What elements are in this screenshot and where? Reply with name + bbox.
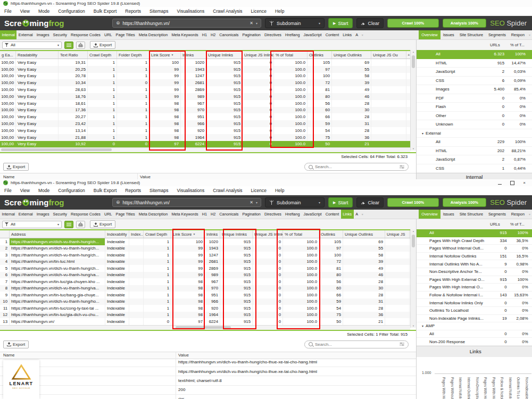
tab-issues[interactable]: Issues xyxy=(440,210,457,219)
sidebar-item-css[interactable]: CSS60,09% xyxy=(417,77,532,86)
search-box[interactable] xyxy=(304,163,409,171)
filter-select[interactable]: All▾ xyxy=(2,41,62,49)
column-header-unique-outlinks[interactable]: Unique Outlinks xyxy=(343,230,385,238)
sidebar-item-pages-with-high-external-o[interactable]: Pages With High External O...915100% xyxy=(417,276,532,284)
tab-overview[interactable]: Overview xyxy=(419,30,440,39)
menu-bulk-export[interactable]: Bulk Export xyxy=(94,9,117,14)
menu-help[interactable]: Help xyxy=(275,9,284,14)
tab-pagination[interactable]: Pagination xyxy=(240,210,263,219)
right-tabs-overflow-dropdown[interactable]: ▾ xyxy=(527,30,532,39)
vertical-scrollbar[interactable]: ▲▼ xyxy=(410,229,416,328)
table-row[interactable]: 100,00Very Easy20,25119919439150100.0975… xyxy=(0,66,410,73)
tab-segments[interactable]: Segments xyxy=(486,30,509,39)
tab-page-titles[interactable]: Page Titles xyxy=(114,210,137,219)
search-box[interactable] xyxy=(304,340,409,348)
sidebar-item-internal-nofollow-inlinks-only[interactable]: Internal Nofollow Inlinks Only00% xyxy=(417,299,532,307)
table-row[interactable]: 11https://thanhhungvn.vn/tin-tuc/cong-ty… xyxy=(0,305,410,312)
sidebar-item-outlinks-to-localhost[interactable]: Outlinks To Localhost00% xyxy=(417,307,532,315)
clear-url-icon[interactable]: ✕ xyxy=(250,200,253,205)
menu-licence[interactable]: Licence xyxy=(251,9,267,14)
details-row[interactable]: text/html; charset=utf-8 xyxy=(0,376,416,385)
chevron-down-icon[interactable]: ▾ xyxy=(422,324,423,328)
sidebar-item-javascript[interactable]: JavaScript20,03% xyxy=(417,68,532,77)
sidebar-item-html[interactable]: HTML91514,47% xyxy=(417,59,532,68)
tab-content[interactable]: Content xyxy=(323,30,341,39)
tab-meta-keywords[interactable]: Meta Keywords xyxy=(170,30,200,39)
tab-security[interactable]: Security xyxy=(51,30,69,39)
tab-external[interactable]: External xyxy=(16,30,35,39)
details-export-button[interactable]: Export xyxy=(3,163,29,171)
menu-file[interactable]: File xyxy=(4,9,12,14)
column-header-link-score[interactable]: Link Score▼ xyxy=(171,230,205,238)
clear-button[interactable]: Clear xyxy=(356,197,384,207)
column-header-indexability[interactable]: Indexability xyxy=(105,230,129,238)
table-row[interactable]: 8https://thanhhungvn.vn/dich-vu-thanh-hu… xyxy=(0,285,410,292)
crawl-mode-select[interactable]: Subdomain▾ xyxy=(265,197,325,207)
column-header-unique-js[interactable]: Unique JS xyxy=(385,230,410,238)
chevron-down-icon[interactable]: ▾ xyxy=(422,131,423,135)
tab-internal[interactable]: Internal xyxy=(0,210,16,219)
tab-a[interactable]: A xyxy=(354,30,360,39)
tab-hreflang[interactable]: Hreflang xyxy=(283,210,302,219)
export-button[interactable]: Export xyxy=(90,41,115,49)
menu-configuration[interactable]: Configuration xyxy=(58,188,85,193)
search-input[interactable] xyxy=(315,164,397,169)
menu-bulk-export[interactable]: Bulk Export xyxy=(94,188,117,193)
tab-segments[interactable]: Segments xyxy=(486,210,509,219)
tab-url[interactable]: URL xyxy=(102,210,114,219)
column-header-outlinks[interactable]: Outlinks xyxy=(319,230,343,238)
url-dropdown-icon[interactable]: ▾ xyxy=(256,201,257,204)
details-row[interactable]: OK xyxy=(0,395,416,399)
url-dropdown-icon[interactable]: ▾ xyxy=(256,22,257,25)
scroll-down-icon[interactable]: ▼ xyxy=(411,325,416,327)
table-row[interactable]: 100,00Very Easy18,7611999899150100.08046 xyxy=(0,93,410,100)
menu-reports[interactable]: Reports xyxy=(125,9,141,14)
close-button[interactable]: × xyxy=(523,180,526,185)
column-header-text-ratio[interactable]: Text Ratio xyxy=(59,51,88,59)
menu-visualisations[interactable]: Visualisations xyxy=(177,9,204,14)
table-row[interactable]: 10https://thanhhungvn.vn/dich-vu-thanh-h… xyxy=(0,298,410,305)
sidebar-item-follow-nofollow-internal-i[interactable]: Follow & Nofollow Internal I...14315,63% xyxy=(417,292,532,300)
details-row[interactable]: https://thanhhungvn.vn/dich-vu-thanh-hun… xyxy=(0,358,416,367)
menu-mode[interactable]: Mode xyxy=(38,9,49,14)
table-row[interactable]: 7https://thanhhungvn.vn/tin-tuc/gia-chuy… xyxy=(0,278,410,285)
tree-view-button[interactable] xyxy=(76,41,85,49)
list-view-button[interactable] xyxy=(64,221,73,228)
tabs-overflow-dropdown[interactable]: ▾ xyxy=(360,30,365,39)
tab-overview[interactable]: Overview xyxy=(419,210,440,219)
sidebar-item-flash[interactable]: Flash00% xyxy=(417,103,532,112)
export-button[interactable]: Export xyxy=(90,220,115,228)
column-header-row-number[interactable] xyxy=(0,230,10,238)
url-input[interactable]: ⊕https://thanhhungvn.vn/✕▾ xyxy=(112,198,261,207)
url-input[interactable]: ⊕https://thanhhungvn.vn/✕▾ xyxy=(112,19,261,28)
list-view-button[interactable] xyxy=(64,41,73,49)
sidebar-item-all[interactable]: All6.323100% xyxy=(417,50,532,59)
tab-response-codes[interactable]: Response Codes xyxy=(69,30,102,39)
details-export-button[interactable]: Export xyxy=(3,340,29,348)
sidebar-item-internal-nofollow-outlinks[interactable]: Internal Nofollow Outlinks15116,5% xyxy=(417,253,532,261)
tab-a[interactable]: A xyxy=(354,210,360,219)
tabs-overflow-dropdown[interactable]: ▾ xyxy=(360,210,365,219)
column-header-readability[interactable]: Readability xyxy=(16,51,59,59)
table-row[interactable]: 100,00Very Easy17,3611989709150100.06030 xyxy=(0,107,410,114)
tab-hreflang[interactable]: Hreflang xyxy=(283,30,302,39)
scrollbar-thumb[interactable] xyxy=(176,326,231,329)
sidebar-item-pages-with-high-crawl-depth[interactable]: Pages With High Crawl Depth33436,5% xyxy=(417,237,532,245)
tab-meta-description[interactable]: Meta Description xyxy=(137,210,170,219)
menu-licence[interactable]: Licence xyxy=(251,188,267,193)
table-row[interactable]: 100,00Very Easy20,78119912479150100.0100… xyxy=(0,73,410,80)
tree-view-button[interactable] xyxy=(76,221,85,228)
tab-pagination[interactable]: Pagination xyxy=(240,30,263,39)
tab-content[interactable]: Content xyxy=(323,210,341,219)
tab-respon[interactable]: Respon xyxy=(509,30,527,39)
menu-file[interactable]: File xyxy=(4,188,12,193)
tab-h2[interactable]: H2 xyxy=(209,210,218,219)
vertical-scrollbar[interactable]: ▲▼ xyxy=(410,50,416,151)
tab-external[interactable]: External xyxy=(16,210,35,219)
table-row[interactable]: 5https://thanhhungvn.vn/dich-vu-thanh-hu… xyxy=(0,265,410,272)
tab-url[interactable]: URL xyxy=(102,30,114,39)
scroll-up-icon[interactable]: ▲ xyxy=(411,230,416,232)
tab-site-structure[interactable]: Site Structure xyxy=(457,30,486,39)
menu-crawl-analysis[interactable]: Crawl Analysis xyxy=(213,188,242,193)
tab-issues[interactable]: Issues xyxy=(440,30,457,39)
